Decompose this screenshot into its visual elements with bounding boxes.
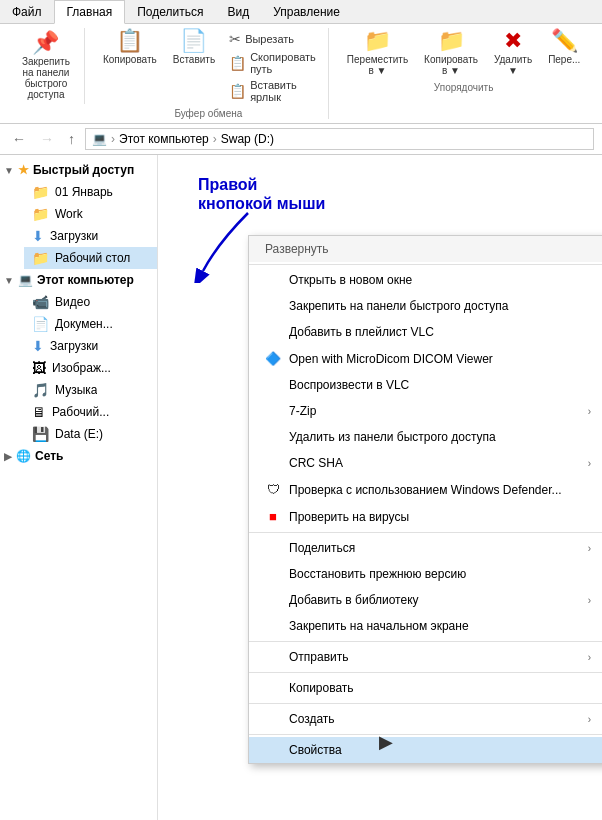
delete-icon: ✖ [504, 30, 522, 52]
ctx-playvlc-label: Воспроизвести в VLC [289, 378, 591, 392]
quickaccess-star-icon: ★ [18, 163, 29, 177]
rename-button[interactable]: ✏️ Пере... [542, 28, 586, 78]
video-icon: 📹 [32, 294, 49, 310]
paste-icon: 📄 [180, 30, 207, 52]
downloads2-label: Загрузки [50, 339, 98, 353]
sidebar-item-images[interactable]: 🖼 Изображ... [24, 357, 157, 379]
ctx-create-label: Создать [289, 712, 580, 726]
downloads-icon: ⬇ [32, 228, 44, 244]
ctx-pin-quickaccess[interactable]: Закрепить на панели быстрого доступа [249, 293, 602, 319]
images-label: Изображ... [52, 361, 111, 375]
ctx-check-virus[interactable]: ■ Проверить на вирусы [249, 503, 602, 530]
tab-share[interactable]: Поделиться [125, 0, 215, 23]
context-menu: Развернуть Открыть в новом окне Закрепит… [248, 235, 602, 764]
copy-button[interactable]: 📋 Копировать [97, 28, 163, 67]
ctx-open-label: Открыть в новом окне [289, 273, 591, 287]
computer-label: Этот компьютер [37, 273, 134, 287]
tab-view[interactable]: Вид [215, 0, 261, 23]
sidebar-item-work[interactable]: 📁 Work [24, 203, 157, 225]
cut-icon: ✂ [229, 31, 241, 47]
ctx-restore-version[interactable]: Восстановить прежнюю версию [249, 561, 602, 587]
computer-arrow: ▼ [4, 275, 14, 286]
ctx-crc-label: CRC SHA [289, 456, 580, 470]
ctx-play-vlc[interactable]: Воспроизвести в VLC [249, 372, 602, 398]
delete-button[interactable]: ✖ Удалить▼ [488, 28, 538, 78]
paste-button[interactable]: 📄 Вставить [167, 28, 221, 67]
ctx-sep-1 [249, 532, 602, 533]
up-button[interactable]: ↑ [64, 129, 79, 149]
folder-icon-january: 📁 [32, 184, 49, 200]
sidebar-group-network[interactable]: ▶ 🌐 Сеть [0, 445, 157, 467]
ctx-props-label: Свойства [289, 743, 591, 757]
network-label: Сеть [35, 449, 63, 463]
sidebar-item-downloads2[interactable]: ⬇ Загрузки [24, 335, 157, 357]
cut-button[interactable]: ✂ Вырезать [225, 30, 320, 48]
ctx-pin-start-label: Закрепить на начальном экране [289, 619, 591, 633]
address-path[interactable]: 💻 › Этот компьютер › Swap (D:) [85, 128, 594, 150]
ribbon-group-organize: 📁 Переместитьв ▼ 📁 Копироватьв ▼ ✖ Удали… [333, 28, 595, 93]
ctx-windows-defender[interactable]: 🛡 Проверка с использованием Windows Defe… [249, 476, 602, 503]
ctx-properties[interactable]: Свойства [249, 737, 602, 763]
sidebar-group-computer[interactable]: ▼ 💻 Этот компьютер [0, 269, 157, 291]
sidebar-item-data-e[interactable]: 💾 Data (E:) [24, 423, 157, 445]
sidebar-item-desktop2[interactable]: 🖥 Рабочий... [24, 401, 157, 423]
sidebar-group-quickaccess[interactable]: ▼ ★ Быстрый доступ [0, 159, 157, 181]
paste-label: Вставить [173, 54, 215, 65]
ctx-sendto-arrow: › [588, 652, 591, 663]
sidebar-item-music[interactable]: 🎵 Музыка [24, 379, 157, 401]
documents-icon: 📄 [32, 316, 49, 332]
january-label: 01 Январь [55, 185, 113, 199]
ctx-copy[interactable]: Копировать [249, 675, 602, 701]
ctx-create[interactable]: Создать › [249, 706, 602, 732]
sidebar-item-downloads[interactable]: ⬇ Загрузки [24, 225, 157, 247]
forward-button[interactable]: → [36, 129, 58, 149]
pin-quickaccess-button[interactable]: 📌 Закрепить на панелибыстрого доступа [16, 28, 76, 104]
quickaccess-label: Быстрый доступ [33, 163, 134, 177]
ctx-open-microdicom[interactable]: 🔷 Open with MicroDicom DICOM Viewer [249, 345, 602, 372]
copy-path-button[interactable]: 📋 Скопировать путь [225, 50, 320, 76]
ribbon-content: 📌 Закрепить на панелибыстрого доступа 📋 … [0, 24, 602, 123]
ctx-crc-sha[interactable]: CRC SHA › [249, 450, 602, 476]
back-button[interactable]: ← [8, 129, 30, 149]
move-to-button[interactable]: 📁 Переместитьв ▼ [341, 28, 414, 78]
ctx-defender-label: Проверка с использованием Windows Defend… [289, 483, 591, 497]
ctx-sep-0 [249, 264, 602, 265]
ctx-remove-quickaccess[interactable]: Удалить из панели быстрого доступа [249, 424, 602, 450]
sidebar: ▼ ★ Быстрый доступ 📁 01 Январь 📁 Work ⬇ … [0, 155, 158, 820]
sidebar-item-desktop[interactable]: 📁 Рабочий стол [24, 247, 157, 269]
ctx-sep-2 [249, 641, 602, 642]
sidebar-item-january[interactable]: 📁 01 Январь [24, 181, 157, 203]
music-label: Музыка [55, 383, 97, 397]
paste-shortcut-button[interactable]: 📋 Вставить ярлык [225, 78, 320, 104]
copy-to-button[interactable]: 📁 Копироватьв ▼ [418, 28, 484, 78]
paste-shortcut-label: Вставить ярлык [250, 79, 316, 103]
ctx-pin-start[interactable]: Закрепить на начальном экране [249, 613, 602, 639]
ctx-add-vlc-playlist[interactable]: Добавить в плейлист VLC [249, 319, 602, 345]
move-to-label: Переместитьв ▼ [347, 54, 408, 76]
ctx-open-new-window[interactable]: Открыть в новом окне [249, 267, 602, 293]
ctx-library-arrow: › [588, 595, 591, 606]
tab-home[interactable]: Главная [54, 0, 126, 24]
rename-label: Пере... [548, 54, 580, 76]
sidebar-item-documents[interactable]: 📄 Докумен... [24, 313, 157, 335]
annotation-text-line1: Правой [198, 175, 325, 194]
ctx-share[interactable]: Поделиться › [249, 535, 602, 561]
ctx-vlc-label: Добавить в плейлист VLC [289, 325, 591, 339]
ctx-defender-icon: 🛡 [265, 482, 281, 497]
ctx-send-to[interactable]: Отправить › [249, 644, 602, 670]
main-content: ▼ ★ Быстрый доступ 📁 01 Январь 📁 Work ⬇ … [0, 155, 602, 820]
copy-label: Копировать [103, 54, 157, 65]
copy-path-label: Скопировать путь [250, 51, 316, 75]
ctx-7zip[interactable]: 7-Zip › [249, 398, 602, 424]
sidebar-item-video[interactable]: 📹 Видео [24, 291, 157, 313]
copy-to-label: Копироватьв ▼ [424, 54, 478, 76]
path-computer-label: Этот компьютер [119, 132, 209, 146]
ctx-restore-label: Восстановить прежнюю версию [289, 567, 591, 581]
ctx-add-library[interactable]: Добавить в библиотеку › [249, 587, 602, 613]
tab-manage[interactable]: Управление [261, 0, 352, 23]
organize-group-label: Упорядочить [434, 82, 494, 93]
delete-label: Удалить▼ [494, 54, 532, 76]
desktop2-label: Рабочий... [52, 405, 109, 419]
path-separator-1: › [111, 132, 115, 146]
tab-file[interactable]: Файл [0, 0, 54, 23]
